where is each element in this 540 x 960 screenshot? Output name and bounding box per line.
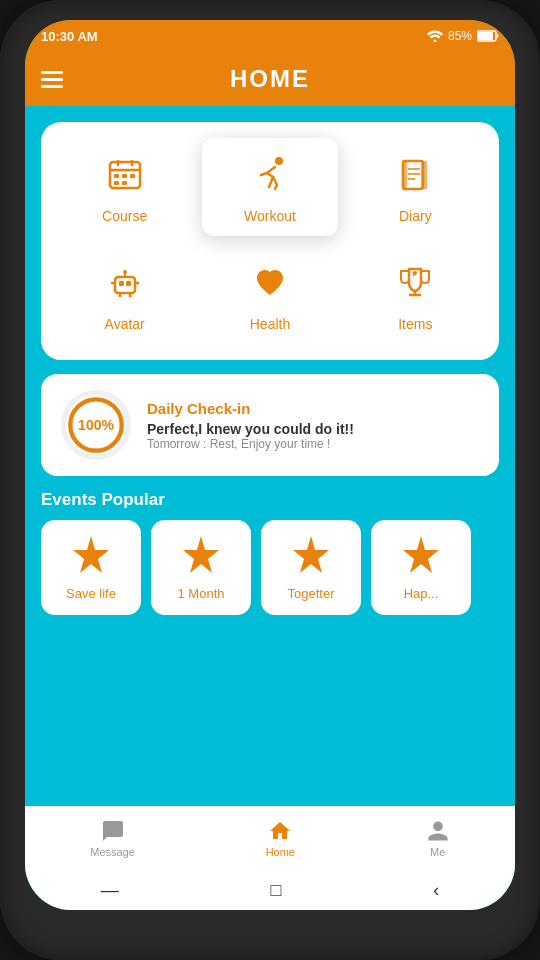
main-content: Course Workout [25,106,515,806]
grid-item-workout[interactable]: Workout [202,138,337,236]
diary-label: Diary [399,208,432,224]
svg-rect-11 [122,181,127,185]
app-header: HOME [25,52,515,106]
happy-icon [399,534,443,578]
svg-rect-8 [122,174,127,178]
svg-rect-21 [126,281,131,286]
together-icon [289,534,333,578]
home-nav-icon [268,819,292,843]
svg-rect-7 [114,174,119,178]
grid-item-diary[interactable]: Diary [348,138,483,236]
happy-label: Hap... [404,586,439,601]
status-time: 10:30 AM [41,29,98,44]
status-icons: 85% [427,29,499,43]
course-icon [100,150,150,200]
events-section: Events Popular Save life 1 M [41,490,499,619]
grid-item-items[interactable]: 1 Items [348,246,483,344]
svg-rect-2 [478,32,493,40]
svg-rect-20 [119,281,124,286]
grid-item-health[interactable]: Health [202,246,337,344]
grid-item-course[interactable]: Course [57,138,192,236]
nav-me[interactable]: Me [406,815,470,862]
svg-marker-36 [293,536,329,573]
svg-point-0 [433,40,436,43]
calendar-icon [107,157,143,193]
home-nav-label: Home [266,846,295,858]
1-month-icon [179,534,223,578]
recents-button[interactable]: ‹ [433,880,439,901]
message-nav-icon [101,819,125,843]
menu-button[interactable] [41,71,63,88]
nav-message[interactable]: Message [70,815,155,862]
workout-icon [245,150,295,200]
checkin-sub: Tomorrow : Rest, Enjoy your time ! [147,437,354,451]
health-icon [245,258,295,308]
battery-text: 85% [448,29,472,43]
svg-rect-10 [114,181,119,185]
checkin-circle: 100% [61,390,131,460]
event-card-1-month[interactable]: 1 Month [151,520,251,615]
trophy-icon: 1 [397,265,433,301]
save-life-label: Save life [66,586,116,601]
page-title: HOME [230,65,310,93]
nav-home[interactable]: Home [246,815,315,862]
svg-point-23 [123,270,127,274]
svg-marker-35 [183,536,219,573]
battery-icon [477,30,499,42]
avatar-icon [100,258,150,308]
back-button[interactable]: — [101,880,119,901]
svg-rect-14 [421,161,427,189]
svg-rect-9 [130,174,135,178]
svg-marker-37 [403,536,439,573]
svg-point-12 [275,157,283,165]
checkin-title: Daily Check-in [147,400,354,417]
home-button[interactable]: □ [271,880,282,901]
event-card-save-life[interactable]: Save life [41,520,141,615]
wifi-icon [427,30,443,42]
robot-icon [107,265,143,301]
system-bar: — □ ‹ [25,870,515,910]
heart-icon [252,265,288,301]
event-card-happy[interactable]: Hap... [371,520,471,615]
checkin-message: Perfect,I knew you could do it!! [147,421,354,437]
me-nav-label: Me [430,846,445,858]
workout-label: Workout [244,208,296,224]
me-nav-icon [426,819,450,843]
message-nav-label: Message [90,846,135,858]
menu-grid-card: Course Workout [41,122,499,360]
avatar-label: Avatar [105,316,145,332]
running-icon [249,154,291,196]
events-scroll: Save life 1 Month Togetter [41,520,499,619]
items-label: Items [398,316,432,332]
1-month-label: 1 Month [178,586,225,601]
grid-item-avatar[interactable]: Avatar [57,246,192,344]
items-icon: 1 [390,258,440,308]
checkin-card: 100% Daily Check-in Perfect,I knew you c… [41,374,499,476]
checkin-percent: 100% [78,417,114,433]
diary-icon [390,150,440,200]
checkin-text: Daily Check-in Perfect,I knew you could … [147,400,354,451]
svg-marker-34 [73,536,109,573]
bottom-nav: Message Home Me [25,806,515,870]
book-icon [397,157,433,193]
status-bar: 10:30 AM 85% [25,20,515,52]
together-label: Togetter [288,586,335,601]
svg-rect-19 [115,277,135,293]
events-title: Events Popular [41,490,499,510]
save-life-icon [69,534,113,578]
health-label: Health [250,316,290,332]
event-card-together[interactable]: Togetter [261,520,361,615]
course-label: Course [102,208,147,224]
svg-rect-15 [403,161,407,189]
